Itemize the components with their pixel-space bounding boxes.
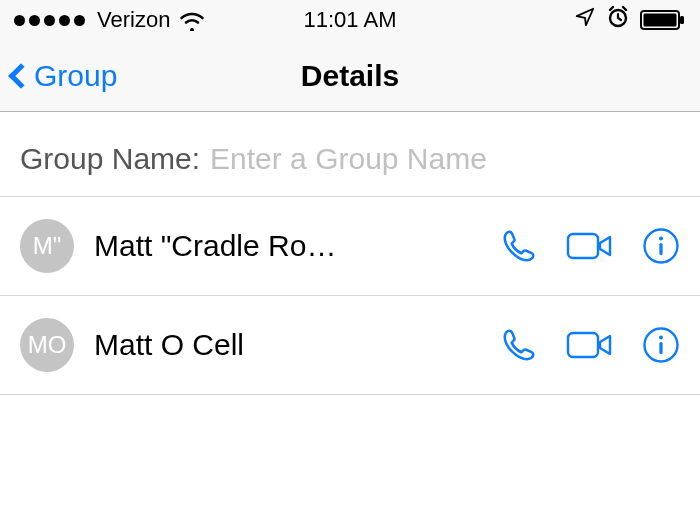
carrier-label: Verizon (97, 7, 170, 33)
svg-rect-8 (568, 333, 598, 357)
contact-actions (500, 227, 680, 265)
svg-point-6 (659, 237, 663, 241)
battery-icon (640, 10, 686, 30)
contact-row[interactable]: M" Matt "Cradle Ro… (0, 197, 700, 296)
signal-strength-icon (14, 15, 85, 26)
contact-actions (500, 326, 680, 364)
group-name-input[interactable] (210, 142, 680, 176)
chevron-left-icon (8, 63, 33, 88)
call-button[interactable] (500, 227, 538, 265)
phone-icon (500, 326, 538, 364)
svg-rect-3 (680, 16, 684, 24)
contact-name: Matt O Cell (94, 328, 500, 362)
video-call-button[interactable] (566, 230, 614, 262)
phone-icon (500, 227, 538, 265)
group-name-label: Group Name: (20, 142, 200, 176)
call-button[interactable] (500, 326, 538, 364)
alarm-icon (606, 5, 630, 35)
avatar: M" (20, 219, 74, 273)
video-icon (566, 230, 614, 262)
wifi-icon (178, 9, 206, 31)
contact-row[interactable]: MO Matt O Cell (0, 296, 700, 395)
info-button[interactable] (642, 227, 680, 265)
status-right (574, 5, 686, 35)
location-icon (574, 6, 596, 34)
group-name-row[interactable]: Group Name: (0, 122, 700, 197)
svg-point-10 (659, 336, 663, 340)
status-left: Verizon (14, 7, 206, 33)
back-button[interactable]: Group (0, 59, 117, 93)
nav-bar: Group Details (0, 40, 700, 112)
video-call-button[interactable] (566, 329, 614, 361)
status-time: 11:01 AM (304, 7, 397, 33)
info-icon (642, 227, 680, 265)
contact-name: Matt "Cradle Ro… (94, 229, 500, 263)
video-icon (566, 329, 614, 361)
info-button[interactable] (642, 326, 680, 364)
avatar: MO (20, 318, 74, 372)
svg-rect-7 (659, 243, 662, 255)
svg-rect-2 (644, 14, 677, 27)
info-icon (642, 326, 680, 364)
page-title: Details (301, 59, 399, 93)
status-bar: Verizon 11:01 AM (0, 0, 700, 40)
svg-rect-4 (568, 234, 598, 258)
svg-rect-11 (659, 342, 662, 354)
back-label: Group (34, 59, 117, 93)
